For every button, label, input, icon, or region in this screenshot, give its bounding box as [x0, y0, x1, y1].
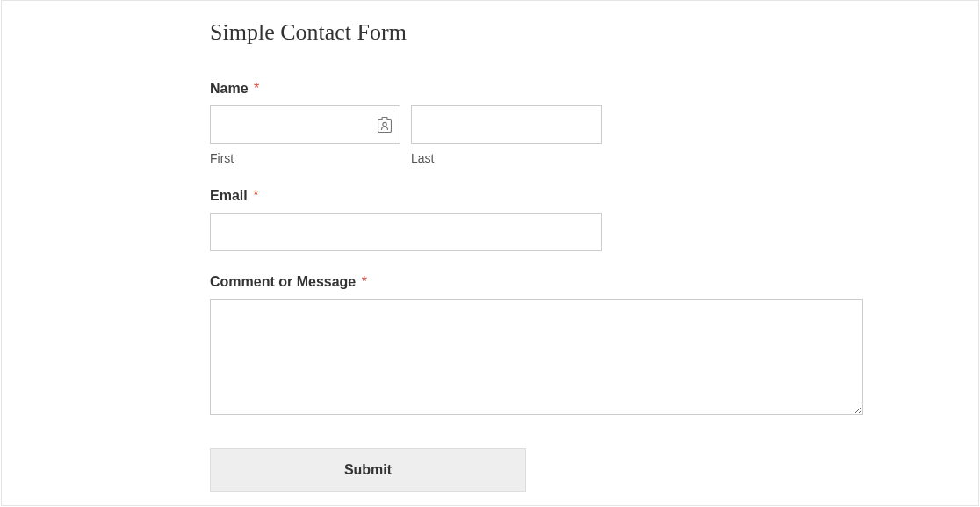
- required-marker: *: [253, 188, 258, 203]
- form-frame: Simple Contact Form Name *: [1, 0, 979, 506]
- form-title: Simple Contact Form: [210, 19, 978, 46]
- last-name-column: Last: [411, 105, 602, 165]
- name-label-text: Name: [210, 81, 249, 96]
- name-field-group: Name *: [210, 81, 978, 165]
- required-marker: *: [254, 81, 259, 96]
- email-field-group: Email *: [210, 188, 978, 251]
- name-row: First Last: [210, 105, 978, 165]
- first-name-column: First: [210, 105, 400, 165]
- email-label: Email *: [210, 188, 978, 204]
- first-name-input[interactable]: [210, 105, 400, 144]
- message-label: Comment or Message *: [210, 274, 978, 290]
- message-label-text: Comment or Message: [210, 274, 356, 289]
- message-field-group: Comment or Message *: [210, 274, 978, 418]
- name-label: Name *: [210, 81, 978, 97]
- last-name-sublabel: Last: [411, 151, 602, 165]
- submit-button[interactable]: Submit: [210, 448, 526, 492]
- message-textarea[interactable]: [210, 299, 863, 415]
- required-marker: *: [362, 274, 367, 289]
- last-name-input[interactable]: [411, 105, 602, 144]
- first-name-wrapper: [210, 105, 400, 144]
- first-name-sublabel: First: [210, 151, 400, 165]
- form-content: Simple Contact Form Name *: [2, 0, 978, 492]
- email-label-text: Email: [210, 188, 248, 203]
- email-input[interactable]: [210, 213, 602, 251]
